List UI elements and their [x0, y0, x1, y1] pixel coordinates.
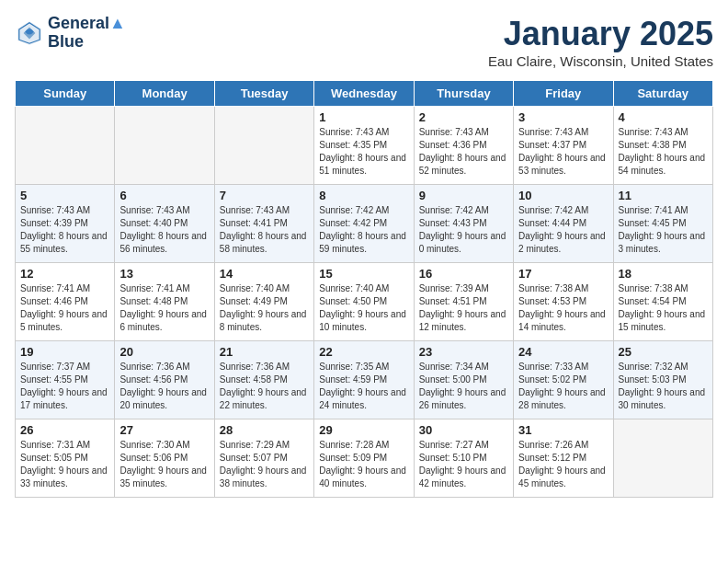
day-header-saturday: Saturday: [613, 81, 712, 107]
day-info: Sunrise: 7:28 AM Sunset: 5:09 PM Dayligh…: [319, 439, 408, 490]
calendar-cell: 5Sunrise: 7:43 AM Sunset: 4:39 PM Daylig…: [16, 185, 115, 263]
calendar-cell: 21Sunrise: 7:36 AM Sunset: 4:58 PM Dayli…: [214, 341, 313, 419]
day-info: Sunrise: 7:39 AM Sunset: 4:51 PM Dayligh…: [419, 282, 508, 334]
day-info: Sunrise: 7:43 AM Sunset: 4:41 PM Dayligh…: [220, 204, 309, 256]
day-number: 22: [319, 345, 408, 359]
day-info: Sunrise: 7:31 AM Sunset: 5:05 PM Dayligh…: [20, 439, 109, 490]
day-number: 23: [419, 345, 508, 359]
day-number: 13: [119, 267, 209, 281]
day-header-wednesday: Wednesday: [314, 81, 414, 107]
day-header-friday: Friday: [514, 81, 613, 107]
calendar-cell: 19Sunrise: 7:37 AM Sunset: 4:55 PM Dayli…: [16, 341, 115, 419]
day-info: Sunrise: 7:41 AM Sunset: 4:45 PM Dayligh…: [619, 204, 708, 256]
calendar-cell: 23Sunrise: 7:34 AM Sunset: 5:00 PM Dayli…: [414, 341, 513, 419]
day-number: 10: [518, 189, 608, 202]
calendar-cell: 24Sunrise: 7:33 AM Sunset: 5:02 PM Dayli…: [514, 341, 613, 419]
day-number: 6: [119, 189, 209, 202]
day-number: 5: [20, 189, 109, 202]
day-info: Sunrise: 7:40 AM Sunset: 4:49 PM Dayligh…: [220, 282, 309, 334]
day-number: 1: [319, 110, 408, 124]
day-info: Sunrise: 7:43 AM Sunset: 4:37 PM Dayligh…: [518, 126, 608, 178]
day-number: 8: [319, 189, 408, 202]
calendar-cell: 2Sunrise: 7:43 AM Sunset: 4:36 PM Daylig…: [414, 107, 513, 185]
calendar-cell: 30Sunrise: 7:27 AM Sunset: 5:10 PM Dayli…: [414, 419, 513, 498]
logo: General▲ Blue: [15, 15, 126, 52]
day-number: 26: [20, 423, 109, 437]
calendar-cell: 29Sunrise: 7:28 AM Sunset: 5:09 PM Dayli…: [314, 419, 414, 498]
calendar-cell: 20Sunrise: 7:36 AM Sunset: 4:56 PM Dayli…: [115, 341, 214, 419]
day-number: 25: [619, 345, 708, 359]
day-info: Sunrise: 7:40 AM Sunset: 4:50 PM Dayligh…: [319, 282, 408, 334]
day-number: 24: [518, 345, 608, 359]
day-info: Sunrise: 7:41 AM Sunset: 4:46 PM Dayligh…: [20, 282, 109, 334]
day-info: Sunrise: 7:36 AM Sunset: 4:58 PM Dayligh…: [220, 361, 309, 412]
day-info: Sunrise: 7:34 AM Sunset: 5:00 PM Dayligh…: [419, 361, 508, 412]
calendar-cell: 22Sunrise: 7:35 AM Sunset: 4:59 PM Dayli…: [314, 341, 414, 419]
day-number: 27: [119, 423, 209, 437]
day-number: 7: [220, 189, 309, 202]
day-header-tuesday: Tuesday: [214, 81, 313, 107]
calendar-cell: 15Sunrise: 7:40 AM Sunset: 4:50 PM Dayli…: [314, 263, 414, 341]
day-info: Sunrise: 7:33 AM Sunset: 5:02 PM Dayligh…: [518, 361, 608, 412]
day-number: 18: [619, 267, 708, 281]
day-number: 15: [319, 267, 408, 281]
calendar-cell: 18Sunrise: 7:38 AM Sunset: 4:54 PM Dayli…: [613, 263, 712, 341]
page-header: General▲ Blue January 2025 Eau Claire, W…: [15, 15, 713, 69]
day-info: Sunrise: 7:36 AM Sunset: 4:56 PM Dayligh…: [119, 361, 209, 412]
day-info: Sunrise: 7:42 AM Sunset: 4:42 PM Dayligh…: [319, 204, 408, 256]
day-info: Sunrise: 7:37 AM Sunset: 4:55 PM Dayligh…: [20, 361, 109, 412]
calendar-cell: 10Sunrise: 7:42 AM Sunset: 4:44 PM Dayli…: [514, 185, 613, 263]
calendar-cell: 17Sunrise: 7:38 AM Sunset: 4:53 PM Dayli…: [514, 263, 613, 341]
calendar-cell: 16Sunrise: 7:39 AM Sunset: 4:51 PM Dayli…: [414, 263, 513, 341]
day-number: 12: [20, 267, 109, 281]
calendar-cell: 25Sunrise: 7:32 AM Sunset: 5:03 PM Dayli…: [613, 341, 712, 419]
day-number: 30: [419, 423, 508, 437]
day-info: Sunrise: 7:35 AM Sunset: 4:59 PM Dayligh…: [319, 361, 408, 412]
day-number: 19: [20, 345, 109, 359]
calendar-cell: 28Sunrise: 7:29 AM Sunset: 5:07 PM Dayli…: [214, 419, 313, 498]
day-info: Sunrise: 7:43 AM Sunset: 4:39 PM Dayligh…: [20, 204, 109, 256]
calendar-cell: 8Sunrise: 7:42 AM Sunset: 4:42 PM Daylig…: [314, 185, 414, 263]
calendar-cell: 7Sunrise: 7:43 AM Sunset: 4:41 PM Daylig…: [214, 185, 313, 263]
location: Eau Claire, Wisconsin, United States: [488, 53, 713, 69]
calendar-cell: 13Sunrise: 7:41 AM Sunset: 4:48 PM Dayli…: [115, 263, 214, 341]
calendar-cell: 6Sunrise: 7:43 AM Sunset: 4:40 PM Daylig…: [115, 185, 214, 263]
day-number: 17: [518, 267, 608, 281]
day-info: Sunrise: 7:43 AM Sunset: 4:35 PM Dayligh…: [319, 126, 408, 178]
logo-text: General▲ Blue: [48, 15, 126, 52]
calendar-cell: [214, 107, 313, 185]
calendar-cell: 9Sunrise: 7:42 AM Sunset: 4:43 PM Daylig…: [414, 185, 513, 263]
day-header-monday: Monday: [115, 81, 214, 107]
calendar-cell: [16, 107, 115, 185]
day-number: 9: [419, 189, 508, 202]
day-info: Sunrise: 7:43 AM Sunset: 4:38 PM Dayligh…: [619, 126, 708, 178]
day-info: Sunrise: 7:26 AM Sunset: 5:12 PM Dayligh…: [518, 439, 608, 490]
calendar-cell: [613, 419, 712, 498]
day-info: Sunrise: 7:41 AM Sunset: 4:48 PM Dayligh…: [119, 282, 209, 334]
day-number: 28: [220, 423, 309, 437]
calendar-cell: 11Sunrise: 7:41 AM Sunset: 4:45 PM Dayli…: [613, 185, 712, 263]
day-number: 11: [619, 189, 708, 202]
day-number: 29: [319, 423, 408, 437]
day-header-thursday: Thursday: [414, 81, 513, 107]
month-title: January 2025: [488, 15, 713, 53]
day-number: 14: [220, 267, 309, 281]
day-info: Sunrise: 7:27 AM Sunset: 5:10 PM Dayligh…: [419, 439, 508, 490]
day-number: 4: [619, 110, 708, 124]
calendar-cell: 27Sunrise: 7:30 AM Sunset: 5:06 PM Dayli…: [115, 419, 214, 498]
day-number: 3: [518, 110, 608, 124]
calendar-cell: 1Sunrise: 7:43 AM Sunset: 4:35 PM Daylig…: [314, 107, 414, 185]
logo-icon: [15, 18, 44, 48]
day-info: Sunrise: 7:32 AM Sunset: 5:03 PM Dayligh…: [619, 361, 708, 412]
day-info: Sunrise: 7:29 AM Sunset: 5:07 PM Dayligh…: [220, 439, 309, 490]
day-info: Sunrise: 7:43 AM Sunset: 4:40 PM Dayligh…: [119, 204, 209, 256]
calendar-cell: 26Sunrise: 7:31 AM Sunset: 5:05 PM Dayli…: [16, 419, 115, 498]
calendar-cell: 4Sunrise: 7:43 AM Sunset: 4:38 PM Daylig…: [613, 107, 712, 185]
calendar-cell: 31Sunrise: 7:26 AM Sunset: 5:12 PM Dayli…: [514, 419, 613, 498]
day-info: Sunrise: 7:43 AM Sunset: 4:36 PM Dayligh…: [419, 126, 508, 178]
day-info: Sunrise: 7:38 AM Sunset: 4:54 PM Dayligh…: [619, 282, 708, 334]
day-info: Sunrise: 7:30 AM Sunset: 5:06 PM Dayligh…: [119, 439, 209, 490]
day-number: 2: [419, 110, 508, 124]
calendar-cell: 14Sunrise: 7:40 AM Sunset: 4:49 PM Dayli…: [214, 263, 313, 341]
day-info: Sunrise: 7:38 AM Sunset: 4:53 PM Dayligh…: [518, 282, 608, 334]
